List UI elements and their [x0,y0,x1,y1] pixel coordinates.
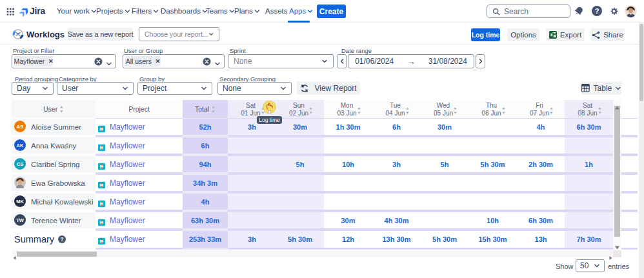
svg-text:x: x [550,32,553,37]
